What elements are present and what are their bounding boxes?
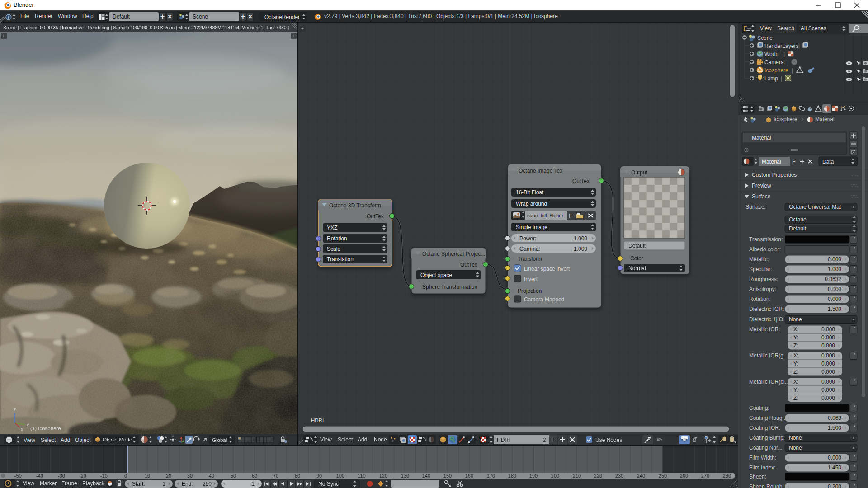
- svg-text:0.000: 0.000: [821, 343, 835, 349]
- svg-text:Octane Universal Mat: Octane Universal Mat: [789, 204, 841, 210]
- svg-text:Rotation: Rotation: [327, 235, 347, 242]
- svg-text:+: +: [301, 26, 304, 31]
- svg-text:Metallic IOR(bl...: Metallic IOR(bl...: [749, 379, 789, 385]
- svg-text:1.450: 1.450: [828, 465, 841, 471]
- svg-text:Use Nodes: Use Nodes: [595, 437, 622, 443]
- svg-text:Select: Select: [338, 436, 353, 443]
- svg-text:0.000: 0.000: [821, 387, 835, 393]
- svg-text:None: None: [789, 316, 802, 323]
- svg-text:0.000: 0.000: [828, 286, 841, 292]
- svg-text:-30: -30: [58, 473, 65, 479]
- svg-text:Default: Default: [628, 243, 646, 249]
- svg-text:View: View: [24, 437, 35, 443]
- svg-text:Albedo color:: Albedo color:: [749, 246, 781, 253]
- svg-text:Normal: Normal: [628, 265, 646, 272]
- svg-text:240: 240: [637, 473, 645, 479]
- svg-text:Default: Default: [789, 225, 807, 232]
- svg-text:F: F: [792, 159, 795, 165]
- svg-text:Anisotropy:: Anisotropy:: [749, 286, 776, 292]
- svg-text:Icosphere: Icosphere: [774, 116, 797, 122]
- svg-text:40: 40: [209, 473, 214, 479]
- svg-text:Node: Node: [374, 436, 387, 443]
- svg-text:Material: Material: [762, 159, 781, 165]
- svg-text:0.200: 0.200: [828, 483, 841, 488]
- svg-text:No Sync: No Sync: [318, 481, 339, 487]
- svg-text:0.000: 0.000: [828, 256, 841, 263]
- svg-text:1.000: 1.000: [574, 246, 587, 252]
- svg-text:260: 260: [680, 473, 688, 479]
- svg-text:Color: Color: [630, 255, 643, 262]
- svg-text:30: 30: [187, 473, 193, 479]
- svg-text:150: 150: [443, 473, 452, 479]
- svg-text:190: 190: [529, 473, 538, 479]
- svg-text:Coating Bump:: Coating Bump:: [749, 435, 785, 441]
- svg-text:Y:: Y:: [793, 387, 798, 393]
- svg-text:0.000: 0.000: [828, 296, 841, 302]
- svg-text:View: View: [760, 25, 772, 32]
- svg-text:Power:: Power:: [519, 235, 536, 242]
- svg-text:Search: Search: [777, 25, 794, 32]
- svg-text:90: 90: [316, 473, 322, 479]
- svg-text:|: |: [792, 67, 793, 74]
- svg-text:140: 140: [422, 473, 430, 479]
- svg-text:Film Width:: Film Width:: [749, 455, 776, 461]
- svg-text:Lamp: Lamp: [764, 75, 778, 82]
- svg-text:Coating Roug...: Coating Roug...: [749, 415, 787, 421]
- svg-text:Surface:: Surface:: [745, 204, 766, 210]
- svg-text:Z:: Z:: [793, 369, 798, 375]
- svg-text:Frame: Frame: [61, 480, 77, 487]
- svg-text:Camera: Camera: [764, 59, 784, 66]
- svg-text:Sphere Transformation: Sphere Transformation: [422, 284, 477, 290]
- svg-text:Wrap around: Wrap around: [516, 201, 547, 207]
- svg-text:0.000: 0.000: [821, 369, 835, 375]
- svg-text:210: 210: [573, 473, 581, 479]
- svg-text:cape_hill_8k.hdr: cape_hill_8k.hdr: [527, 213, 563, 218]
- svg-text:250: 250: [659, 473, 667, 479]
- svg-text:2: 2: [543, 437, 546, 443]
- svg-text:110: 110: [358, 473, 366, 479]
- svg-text:20: 20: [166, 473, 171, 479]
- svg-text:X:: X:: [793, 326, 798, 333]
- svg-text:All Scenes: All Scenes: [801, 25, 826, 32]
- svg-text:0.000: 0.000: [821, 395, 835, 401]
- svg-text:60: 60: [252, 473, 257, 479]
- svg-text:-10: -10: [100, 473, 108, 479]
- svg-text:F: F: [552, 437, 555, 443]
- svg-text:170: 170: [487, 473, 495, 479]
- svg-text:OutTex: OutTex: [460, 262, 477, 268]
- svg-text:10: 10: [145, 473, 150, 479]
- svg-text:Y:: Y:: [793, 361, 798, 367]
- svg-text:Projection: Projection: [518, 288, 542, 294]
- svg-text:200: 200: [551, 473, 559, 479]
- svg-text:16-Bit Float: 16-Bit Float: [516, 189, 544, 196]
- svg-text:0.0632: 0.0632: [825, 276, 841, 282]
- svg-text:Data: Data: [822, 159, 834, 165]
- svg-text:Z:: Z:: [793, 395, 798, 401]
- svg-text:HDRI: HDRI: [311, 418, 324, 423]
- svg-text:Coating:: Coating:: [749, 405, 769, 411]
- svg-text:Linear space invert: Linear space invert: [524, 266, 570, 272]
- svg-text:Dielectric 1|IO...: Dielectric 1|IO...: [749, 316, 788, 323]
- svg-text:z: z: [14, 407, 16, 412]
- svg-text:-20: -20: [79, 473, 86, 479]
- svg-text:Add: Add: [61, 437, 70, 443]
- svg-text:0.000: 0.000: [821, 361, 835, 367]
- svg-text:RenderLayers: RenderLayers: [764, 43, 798, 49]
- svg-text:250: 250: [203, 481, 212, 487]
- svg-text:0.000: 0.000: [828, 455, 841, 461]
- svg-text:160: 160: [465, 473, 473, 479]
- svg-text:1.500: 1.500: [828, 425, 841, 431]
- svg-text:Octane: Octane: [789, 216, 807, 223]
- svg-text:y: y: [27, 422, 29, 427]
- svg-text:Output: Output: [631, 169, 648, 176]
- svg-text:Specular:: Specular:: [749, 266, 772, 272]
- svg-text:Metallic:: Metallic:: [749, 256, 769, 263]
- svg-text:-50: -50: [14, 473, 22, 479]
- svg-text:Y:: Y:: [793, 334, 798, 341]
- svg-text:Film Index:: Film Index:: [749, 465, 776, 471]
- svg-text:Scene | Elapsed: 00:00.35 | In: Scene | Elapsed: 00:00.35 | Interactive …: [3, 25, 289, 30]
- svg-text:HDRI: HDRI: [497, 437, 510, 443]
- svg-text:Material: Material: [815, 116, 835, 122]
- svg-text:0.000: 0.000: [821, 379, 835, 385]
- svg-text:None: None: [789, 445, 802, 451]
